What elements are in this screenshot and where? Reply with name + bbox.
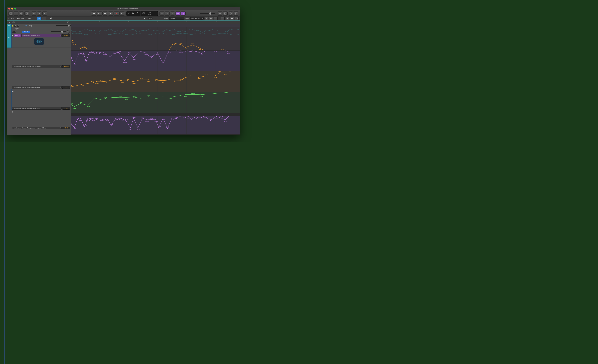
catch-playhead-icon[interactable] bbox=[50, 17, 52, 20]
minimize-button[interactable] bbox=[11, 8, 13, 9]
svg-text:-23.75: -23.75 bbox=[156, 54, 159, 55]
count-in-button[interactable]: 1234 bbox=[175, 11, 180, 16]
view-menu[interactable]: View⌄ bbox=[27, 17, 33, 19]
param-select-psr[interactable]: 2 Multimeter: Output: PSR bbox=[21, 34, 62, 37]
param-select-shortterm[interactable]: 2 Multimeter: Output: Short-term loudnes… bbox=[12, 86, 62, 89]
svg-text:-9.26: -9.26 bbox=[194, 118, 197, 119]
library-button[interactable] bbox=[8, 11, 13, 16]
mute-button[interactable]: M bbox=[12, 31, 14, 33]
snap-edge-icon[interactable] bbox=[205, 17, 208, 21]
master-volume-slider[interactable] bbox=[200, 13, 215, 14]
list-editors-button[interactable] bbox=[217, 11, 222, 16]
play-button[interactable] bbox=[108, 11, 114, 16]
editors-button[interactable] bbox=[42, 11, 47, 16]
mute-button[interactable]: M bbox=[14, 25, 16, 27]
secondary-tool[interactable]: M⌄ bbox=[148, 17, 152, 19]
functions-menu[interactable]: Functions⌄ bbox=[17, 17, 26, 19]
svg-text:-26: -26 bbox=[106, 82, 107, 83]
automation-region-integrated[interactable]: -30.28-31.38-29.58-30.48-26.8-26.14-26.4… bbox=[71, 92, 240, 113]
param-value[interactable]: -93.55 bbox=[62, 127, 70, 129]
disclosure-triangle[interactable]: ▼ bbox=[12, 35, 13, 36]
note-pad-button[interactable] bbox=[223, 11, 228, 16]
svg-text:-13.05: -13.05 bbox=[141, 116, 144, 118]
alignment-guides-icon[interactable] bbox=[209, 17, 213, 21]
maximize-button[interactable] bbox=[14, 8, 16, 9]
transport-controls bbox=[91, 11, 125, 16]
svg-text:-15.27: -15.27 bbox=[92, 120, 96, 121]
param-value[interactable]: -71.82 bbox=[62, 86, 70, 89]
track-16[interactable]: 16 M S Delay bbox=[7, 24, 71, 27]
waveform-zoom-icon[interactable] bbox=[226, 17, 229, 21]
flex-toggle[interactable] bbox=[42, 17, 46, 20]
svg-text:-22.81: -22.81 bbox=[227, 93, 230, 95]
automation-mode-select[interactable]: Write bbox=[14, 34, 21, 37]
cycle-button[interactable] bbox=[119, 11, 125, 16]
svg-text:18.51: 18.51 bbox=[191, 43, 194, 45]
metronome-button[interactable] bbox=[181, 11, 185, 16]
lcd-display[interactable]: 0 10BAR 4BEAT 110 KEEP TEMPO 4/4 Cmaj ⌄ bbox=[126, 11, 158, 16]
forward-button[interactable] bbox=[97, 11, 102, 16]
inspector-button[interactable]: i bbox=[14, 11, 18, 16]
automation-region-shortterm[interactable]: -30-28-27.18-26.28-26.27-26-24.62-25.55-… bbox=[71, 71, 240, 92]
pointer-tool-icon[interactable]: ⌄ bbox=[144, 17, 147, 20]
snap-select[interactable]: Smart bbox=[169, 17, 184, 20]
svg-text:-25: -25 bbox=[176, 94, 178, 96]
solo-button[interactable]: S bbox=[17, 25, 19, 27]
svg-text:-24.91: -24.91 bbox=[147, 81, 150, 82]
solo-button[interactable]: S bbox=[170, 11, 175, 16]
track-fader[interactable] bbox=[51, 31, 66, 32]
loop-browser-button[interactable] bbox=[228, 11, 233, 16]
automation-toggle[interactable] bbox=[37, 17, 41, 20]
remove-lane-button[interactable]: ⊖ bbox=[12, 91, 14, 93]
track-automation-button[interactable]: Track bbox=[22, 31, 30, 33]
zoom-vert-icon[interactable] bbox=[221, 17, 224, 21]
pan-knob[interactable] bbox=[66, 30, 70, 33]
automation-indicator[interactable] bbox=[12, 25, 13, 26]
global-tracks-button[interactable] bbox=[67, 21, 70, 24]
ruler[interactable]: 2 3 4 5 6 bbox=[71, 21, 240, 24]
rewind-button[interactable] bbox=[91, 11, 96, 16]
add-track-button[interactable]: ＋ bbox=[8, 21, 11, 24]
track-17[interactable]: 17 Output M S Track ▼ Write bbox=[7, 27, 71, 48]
svg-text:-25.64: -25.64 bbox=[169, 98, 173, 99]
close-button[interactable] bbox=[8, 8, 10, 9]
automation-region-truepeak[interactable]: -32-41.95-17.02-14.66-39.11-15.14-16.93-… bbox=[71, 116, 240, 134]
svg-text:-25.61: -25.61 bbox=[126, 79, 130, 80]
param-value[interactable]: -100.16 bbox=[62, 65, 70, 68]
snap-label: Snap: bbox=[164, 17, 168, 19]
output-label: Output bbox=[14, 28, 18, 30]
svg-text:-6.59: -6.59 bbox=[203, 117, 206, 118]
tuner-button[interactable] bbox=[165, 11, 169, 16]
param-value[interactable]: 59.53 bbox=[62, 34, 70, 37]
solo-button[interactable]: S bbox=[14, 31, 16, 33]
zoom-fit-icon[interactable] bbox=[235, 17, 239, 21]
grid-icon[interactable] bbox=[214, 17, 217, 21]
mixer-button[interactable] bbox=[37, 11, 42, 16]
toolbar-button[interactable] bbox=[24, 11, 29, 16]
param-select-integrated[interactable]: 2 Multimeter: Output: Integrated loudnes… bbox=[12, 107, 62, 110]
record-button[interactable] bbox=[114, 11, 119, 16]
smart-controls-button[interactable] bbox=[32, 11, 36, 16]
arrange-area[interactable]: 2 3 4 5 6 20.4519.7816.1217.7711.1211.54… bbox=[71, 21, 240, 135]
edit-menu[interactable]: Edit⌄ bbox=[11, 17, 16, 19]
param-value[interactable]: -20.8 bbox=[62, 107, 70, 110]
svg-text:-27.18: -27.18 bbox=[91, 81, 94, 83]
track-icon[interactable] bbox=[34, 38, 44, 45]
help-button[interactable]: ? bbox=[19, 11, 24, 16]
back-icon[interactable]: ↖ bbox=[8, 17, 9, 19]
dup-track-button[interactable] bbox=[12, 21, 15, 24]
track-fader[interactable] bbox=[56, 25, 71, 26]
drag-select[interactable]: No Overlap bbox=[190, 17, 204, 20]
stop-button[interactable] bbox=[102, 11, 108, 16]
zoom-horiz-icon[interactable] bbox=[230, 17, 234, 21]
automation-region-psr[interactable]: 20.4519.7816.1217.7711.1211.5411.2211.78… bbox=[71, 27, 240, 50]
low-latency-button[interactable] bbox=[159, 11, 164, 16]
add-lane-button[interactable]: ⊕ bbox=[12, 111, 13, 113]
svg-text:-25.6: -25.6 bbox=[162, 95, 164, 97]
svg-text:-23.94: -23.94 bbox=[88, 54, 91, 55]
automation-region-momentary[interactable]: -35-43.33-26.98-24.35-39.59-23.94-24.01-… bbox=[71, 50, 240, 71]
region-track-16[interactable] bbox=[71, 24, 240, 27]
media-browser-button[interactable] bbox=[233, 11, 238, 16]
param-select-truepeak[interactable]: 2 Multimeter: Output: True peak of the p… bbox=[12, 127, 62, 129]
param-select-momentary[interactable]: 2 Multimeter: Output: Momentary loudness bbox=[12, 65, 62, 68]
